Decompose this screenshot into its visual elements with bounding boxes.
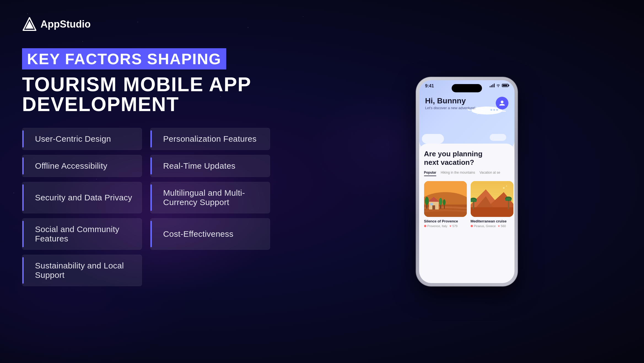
provence-scene (424, 181, 467, 217)
factor-accent (150, 130, 152, 147)
factor-personalization: Personalization Features (150, 128, 270, 150)
svg-rect-22 (471, 207, 513, 217)
factor-label: Personalization Features (158, 134, 257, 144)
svg-point-35 (506, 185, 507, 187)
card-provence-title: Silence of Provence (424, 219, 467, 223)
factor-accent (22, 184, 24, 211)
factor-offline: Offline Accessibility (22, 155, 142, 177)
status-time: 9:41 (425, 84, 434, 88)
factor-label: Multilingual and Multi-Currency Support (158, 188, 262, 207)
card-provence-location: Provence, Italy (427, 224, 448, 228)
factor-multilingual: Multilingual and Multi-Currency Support (150, 182, 270, 213)
svg-marker-1 (25, 21, 34, 29)
svg-point-34 (503, 187, 505, 189)
app-header: Hi, Bunnny Let's discover a new adventur… (419, 96, 514, 110)
factor-sustainability: Sustainability and Local Support (22, 255, 142, 286)
phone-mockup: 9:41 (416, 77, 518, 286)
card-mediterranean-title: Mediterranean cruise (471, 219, 513, 223)
dynamic-island (452, 84, 482, 92)
heading-area: KEY FACTORS SHAPING TOURISM MOBILE APP D… (22, 48, 270, 114)
factor-label: User-Centric Design (30, 134, 111, 144)
cloud-1 (422, 134, 444, 144)
card-provence-likes: 579 (452, 224, 457, 228)
factor-label: Cost-Effectiveness (158, 229, 233, 239)
factor-cost: Cost-Effectiveness (150, 218, 270, 250)
mediterranean-landscape-svg (471, 181, 513, 217)
card-provence-image (424, 181, 467, 217)
svg-rect-13 (432, 205, 435, 209)
logo-text: AppStudio (41, 18, 91, 30)
factor-accent (150, 184, 152, 211)
svg-point-16 (425, 197, 429, 205)
appstudio-logo-icon (22, 17, 37, 32)
user-avatar-icon (499, 100, 506, 107)
factor-accent (22, 221, 24, 247)
app-greeting: Hi, Bunnny (425, 96, 475, 106)
logo-area: AppStudio (22, 17, 270, 32)
tab-hiking[interactable]: Hiking in the mountains (441, 171, 475, 176)
heart-icon: ♥ (498, 224, 500, 228)
mediterranean-scene (471, 181, 513, 217)
category-tabs: Popular Hiking in the mountains Vacation… (424, 171, 510, 176)
factor-label: Real-Time Updates (158, 161, 235, 171)
battery-icon (502, 84, 508, 87)
card-mediterranean-image (471, 181, 513, 217)
heading-line2: TOURISM MOBILE APP DEVELOPMENT (22, 74, 270, 114)
factor-user-centric: User-Centric Design (22, 128, 142, 150)
factor-social: Social and Community Features (22, 218, 142, 250)
cloud-2 (490, 134, 506, 141)
card-mediterranean-location: Piraeus, Greece (474, 224, 496, 228)
factor-label: Social and Community Features (30, 225, 134, 243)
signal-bars-icon (490, 84, 495, 87)
location-icon (471, 225, 473, 227)
destination-cards: Silence of Provence Provence, Italy ♥ 57… (424, 181, 510, 228)
status-icons (490, 84, 508, 87)
factor-accent (22, 257, 24, 284)
factor-accent (22, 130, 24, 147)
card-mediterranean[interactable]: Mediterranean cruise Piraeus, Greece ♥ 5… (471, 181, 513, 228)
factor-accent (150, 221, 152, 247)
svg-point-18 (439, 198, 442, 205)
heading-line1: KEY FACTORS SHAPING (22, 48, 226, 69)
user-avatar[interactable] (496, 97, 508, 109)
location-icon (424, 225, 426, 227)
factor-label: Offline Accessibility (30, 161, 107, 171)
tab-popular[interactable]: Popular (424, 171, 436, 176)
svg-point-20 (443, 199, 446, 205)
heart-icon: ♥ (449, 224, 451, 228)
phone-outer-shell: 9:41 (416, 77, 518, 286)
card-provence-meta: Provence, Italy ♥ 579 (424, 224, 467, 228)
provence-landscape-svg (424, 181, 467, 217)
factor-label: Security and Data Privacy (30, 193, 132, 202)
svg-rect-30 (508, 200, 509, 209)
app-subgreeting: Let's discover a new adventure! (425, 106, 475, 110)
phone-content: 9:41 (419, 80, 514, 283)
svg-point-7 (501, 101, 503, 103)
wifi-icon (496, 84, 500, 87)
factor-realtime: Real-Time Updates (150, 155, 270, 177)
factor-label: Sustainability and Local Support (30, 261, 134, 280)
app-main-content: Are you planning next vacation? Popular … (419, 144, 514, 283)
factors-grid: User-Centric Design Personalization Feat… (22, 128, 270, 286)
svg-point-6 (498, 86, 499, 87)
tab-vacation[interactable]: Vacation at se (479, 171, 500, 176)
svg-rect-26 (473, 201, 474, 209)
card-provence[interactable]: Silence of Provence Provence, Italy ♥ 57… (424, 181, 467, 228)
factor-accent (22, 157, 24, 174)
card-mediterranean-likes: 560 (501, 224, 506, 228)
svg-rect-14 (430, 203, 433, 205)
phone-screen: 9:41 (419, 80, 514, 283)
section-title: Are you planning next vacation? (424, 150, 510, 167)
factor-security: Security and Data Privacy (22, 182, 142, 213)
factor-accent (150, 157, 152, 174)
right-content: 9:41 (289, 0, 644, 363)
card-mediterranean-meta: Piraeus, Greece ♥ 560 (471, 224, 513, 228)
